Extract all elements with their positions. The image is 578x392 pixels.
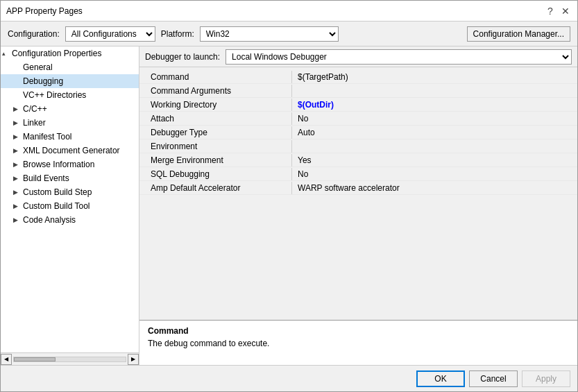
tree-item-manifest-tool[interactable]: ▶Manifest Tool [1, 130, 139, 144]
title-bar: APP Property Pages ? ✕ [1, 1, 577, 22]
tree-item-custom-build-tool[interactable]: ▶Custom Build Tool [1, 199, 139, 213]
config-label: Configuration: [8, 29, 60, 39]
property-value: Yes [292, 154, 577, 167]
property-value: WARP software accelerator [292, 182, 577, 194]
configuration-select[interactable]: All Configurations [65, 26, 155, 42]
property-name: Merge Environment [139, 154, 292, 167]
tree-item-vc-directories[interactable]: VC++ Directories [1, 88, 139, 102]
scrollbar-track [13, 357, 126, 362]
tree-item-config-properties[interactable]: ▴Configuration Properties [1, 46, 139, 60]
tree-arrow-c-cpp: ▶ [13, 105, 23, 112]
tree-arrow-custom-build-tool: ▶ [13, 203, 23, 210]
tree-item-xml-document-generator[interactable]: ▶XML Document Generator [1, 144, 139, 157]
property-value: Auto [292, 126, 577, 139]
tree-label-manifest-tool: Manifest Tool [23, 132, 71, 142]
table-row: Merge EnvironmentYes [139, 153, 577, 167]
property-name: Command Arguments [139, 85, 292, 97]
apply-button[interactable]: Apply [522, 370, 570, 387]
property-name: Attach [139, 112, 292, 125]
tree-label-vc-directories: VC++ Directories [23, 90, 86, 100]
tree-label-config-properties: Configuration Properties [12, 49, 101, 58]
tree-arrow-manifest-tool: ▶ [13, 133, 23, 140]
main-content: ▴Configuration PropertiesGeneralDebuggin… [1, 46, 577, 365]
scroll-right-button[interactable]: ▶ [128, 354, 139, 365]
dialog-title: APP Property Pages [6, 6, 83, 16]
table-row: Command$(TargetPath) [139, 70, 577, 84]
cancel-button[interactable]: Cancel [469, 370, 518, 387]
tree-arrow-xml-document-generator: ▶ [13, 147, 23, 154]
property-name: Debugger Type [139, 126, 292, 139]
tree-item-build-events[interactable]: ▶Build Events [1, 171, 139, 185]
scroll-left-button[interactable]: ◀ [1, 354, 12, 365]
tree-item-code-analysis[interactable]: ▶Code Analysis [1, 213, 139, 227]
tree-item-linker[interactable]: ▶Linker [1, 116, 139, 130]
property-value: No [292, 168, 577, 180]
description-text: The debug command to execute. [148, 339, 569, 348]
tree-label-c-cpp: C/C++ [23, 104, 47, 114]
tree-label-build-events: Build Events [23, 173, 69, 183]
tree-arrow-browse-information: ▶ [13, 161, 23, 168]
tree-label-custom-build-tool: Custom Build Tool [23, 201, 90, 211]
close-button[interactable]: ✕ [559, 5, 572, 17]
left-panel: ▴Configuration PropertiesGeneralDebuggin… [1, 46, 139, 365]
tree-arrow-custom-build-step: ▶ [13, 189, 23, 196]
property-value[interactable]: $(OutDir) [292, 99, 577, 111]
right-panel: Debugger to launch: Local Windows Debugg… [139, 46, 577, 365]
configuration-manager-button[interactable]: Configuration Manager... [467, 26, 570, 42]
tree-label-custom-build-step: Custom Build Step [23, 187, 92, 197]
debugger-select[interactable]: Local Windows Debugger [226, 49, 572, 65]
table-row: AttachNo [139, 112, 577, 126]
property-value: No [292, 112, 577, 125]
property-name: Environment [139, 140, 292, 153]
property-name: Working Directory [139, 99, 292, 111]
help-button[interactable]: ? [544, 5, 556, 17]
debugger-bar: Debugger to launch: Local Windows Debugg… [139, 46, 577, 67]
property-name: Amp Default Accelerator [139, 182, 292, 194]
tree-arrow-linker: ▶ [13, 119, 23, 126]
platform-select[interactable]: Win32 [200, 26, 339, 42]
title-bar-controls: ? ✕ [544, 5, 572, 17]
tree-item-general[interactable]: General [1, 60, 139, 74]
table-row: Amp Default AcceleratorWARP software acc… [139, 181, 577, 195]
table-row: Debugger TypeAuto [139, 126, 577, 139]
property-value [292, 90, 577, 92]
property-value: $(TargetPath) [292, 71, 577, 83]
tree-arrow-code-analysis: ▶ [13, 216, 23, 223]
property-pages-dialog: APP Property Pages ? ✕ Configuration: Al… [0, 0, 578, 392]
tree-item-browse-information[interactable]: ▶Browse Information [1, 157, 139, 171]
bottom-bar: OK Cancel Apply [1, 365, 577, 391]
horizontal-scrollbar[interactable]: ◀ ▶ [1, 352, 139, 365]
tree-label-linker: Linker [23, 118, 46, 128]
tree-arrow-build-events: ▶ [13, 175, 23, 182]
tree-item-debugging[interactable]: Debugging [1, 74, 139, 88]
tree-label-code-analysis: Code Analysis [23, 215, 76, 225]
tree-arrow-config-properties: ▴ [2, 50, 12, 57]
configuration-bar: Configuration: All Configurations Platfo… [1, 22, 577, 46]
table-row: Command Arguments [139, 84, 577, 98]
description-title: Command [148, 326, 569, 336]
platform-label: Platform: [161, 29, 194, 39]
property-value [292, 145, 577, 148]
tree-label-xml-document-generator: XML Document Generator [23, 146, 120, 155]
scrollbar-thumb[interactable] [14, 357, 56, 361]
property-name: Command [139, 71, 292, 83]
tree-item-custom-build-step[interactable]: ▶Custom Build Step [1, 185, 139, 199]
properties-table: Command$(TargetPath)Command ArgumentsWor… [139, 67, 577, 320]
description-panel: Command The debug command to execute. [139, 320, 577, 365]
table-row: Environment [139, 139, 577, 153]
tree-item-c-cpp[interactable]: ▶C/C++ [1, 102, 139, 116]
debugger-label: Debugger to launch: [145, 52, 220, 62]
tree-label-browse-information: Browse Information [23, 160, 94, 169]
tree-label-debugging: Debugging [23, 76, 63, 86]
tree-label-general: General [23, 62, 53, 72]
table-row: SQL DebuggingNo [139, 167, 577, 181]
tree-view: ▴Configuration PropertiesGeneralDebuggin… [1, 46, 139, 227]
ok-button[interactable]: OK [416, 370, 465, 387]
property-name: SQL Debugging [139, 168, 292, 180]
table-row: Working Directory$(OutDir) [139, 98, 577, 112]
